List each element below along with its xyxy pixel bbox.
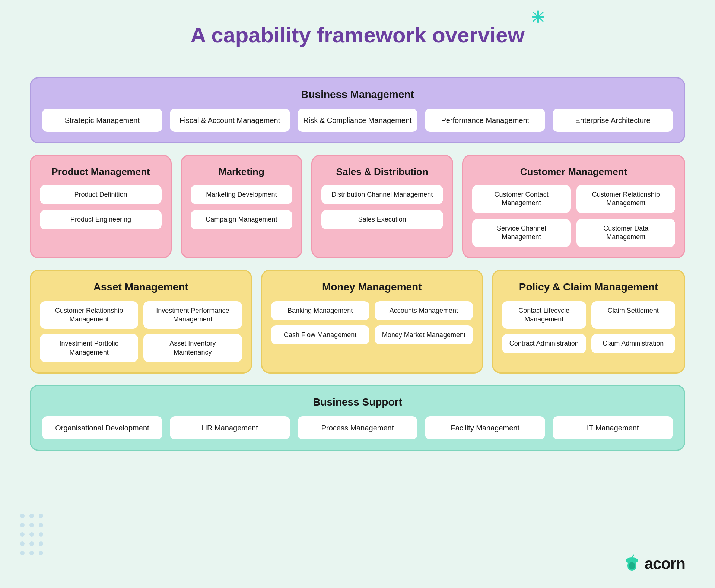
- card-money-market: Money Market Management: [375, 325, 473, 344]
- marketing-cards: Marketing Development Campaign Managemen…: [191, 185, 292, 229]
- product-management-section: Product Management Product Definition Pr…: [30, 155, 172, 258]
- svg-point-16: [20, 551, 25, 555]
- card-it-management: IT Management: [553, 416, 673, 439]
- card-crm-asset: Customer Relationship Management: [40, 301, 138, 329]
- svg-point-7: [20, 523, 25, 527]
- acorn-logo-text: acorn: [645, 555, 685, 573]
- card-accounts: Accounts Management: [375, 301, 473, 320]
- card-service-channel: Service Channel Management: [472, 219, 571, 247]
- card-campaign-management: Campaign Management: [191, 210, 292, 229]
- acorn-icon: [624, 554, 640, 573]
- asset-management-section: Asset Management Customer Relationship M…: [30, 270, 252, 374]
- dots-decoration: [19, 512, 56, 558]
- business-support-cards: Organisational Development HR Management…: [42, 416, 673, 439]
- card-process-management: Process Management: [298, 416, 418, 439]
- title-wrapper: A capability framework overview: [30, 15, 685, 62]
- card-cashflow: Cash Flow Management: [271, 325, 369, 344]
- customer-management-cards: Customer Contact Management Customer Rel…: [472, 185, 675, 247]
- product-management-cards: Product Definition Product Engineering: [40, 185, 162, 229]
- card-risk-compliance: Risk & Compliance Management: [298, 109, 418, 132]
- business-support-title: Business Support: [42, 396, 673, 408]
- product-management-title: Product Management: [40, 166, 162, 178]
- row3: Asset Management Customer Relationship M…: [30, 270, 685, 374]
- card-performance: Performance Management: [425, 109, 545, 132]
- card-product-engineering: Product Engineering: [40, 210, 162, 229]
- card-contract-admin: Contract Administration: [502, 334, 586, 353]
- marketing-title: Marketing: [191, 166, 292, 178]
- asset-management-title: Asset Management: [40, 281, 242, 293]
- svg-point-5: [29, 514, 34, 518]
- card-hr-management: HR Management: [170, 416, 290, 439]
- asset-management-cards: Customer Relationship Management Investm…: [40, 301, 242, 362]
- svg-point-11: [29, 532, 34, 537]
- svg-point-17: [29, 551, 34, 555]
- money-management-section: Money Management Banking Management Acco…: [261, 270, 483, 374]
- business-management-cards: Strategic Management Fiscal & Account Ma…: [42, 109, 673, 132]
- customer-management-title: Customer Management: [472, 166, 675, 178]
- card-contact-lifecycle: Contact Lifecycle Management: [502, 301, 586, 329]
- svg-line-21: [632, 555, 633, 557]
- card-enterprise-arch: Enterprise Architecture: [553, 109, 673, 132]
- card-customer-contact: Customer Contact Management: [472, 185, 571, 213]
- svg-point-15: [39, 541, 43, 546]
- policy-claim-cards: Contact Lifecycle Management Claim Settl…: [502, 301, 675, 353]
- policy-claim-title: Policy & Claim Management: [502, 281, 675, 293]
- card-fiscal-account: Fiscal & Account Management: [170, 109, 290, 132]
- svg-point-4: [20, 514, 25, 518]
- marketing-section: Marketing Marketing Development Campaign…: [181, 155, 302, 258]
- acorn-logo: acorn: [624, 554, 685, 573]
- sales-distribution-cards: Distribution Channel Management Sales Ex…: [321, 185, 443, 229]
- customer-management-section: Customer Management Customer Contact Man…: [462, 155, 685, 258]
- card-claim-settlement: Claim Settlement: [591, 301, 676, 329]
- card-distribution-channel: Distribution Channel Management: [321, 185, 443, 204]
- row2: Product Management Product Definition Pr…: [30, 155, 685, 258]
- svg-point-13: [20, 541, 25, 546]
- svg-point-12: [39, 532, 43, 537]
- card-claim-admin: Claim Administration: [591, 334, 676, 353]
- business-support-section: Business Support Organisational Developm…: [30, 385, 685, 451]
- card-investment-portfolio: Investment Portfolio Management: [40, 334, 138, 362]
- svg-point-22: [629, 562, 635, 569]
- card-marketing-development: Marketing Development: [191, 185, 292, 204]
- card-sales-execution: Sales Execution: [321, 210, 443, 229]
- svg-point-18: [39, 551, 43, 555]
- business-management-section: Business Management Strategic Management…: [30, 77, 685, 143]
- money-management-title: Money Management: [271, 281, 473, 293]
- business-management-title: Business Management: [42, 89, 673, 101]
- card-org-dev: Organisational Development: [42, 416, 162, 439]
- card-product-definition: Product Definition: [40, 185, 162, 204]
- sales-distribution-section: Sales & Distribution Distribution Channe…: [311, 155, 453, 258]
- card-investment-performance: Investment Performance Management: [143, 301, 242, 329]
- svg-point-10: [20, 532, 25, 537]
- card-strategic-management: Strategic Management: [42, 109, 162, 132]
- svg-point-14: [29, 541, 34, 546]
- page-title: A capability framework overview: [30, 22, 685, 47]
- sales-distribution-title: Sales & Distribution: [321, 166, 443, 178]
- money-management-cards: Banking Management Accounts Management C…: [271, 301, 473, 345]
- card-banking: Banking Management: [271, 301, 369, 320]
- svg-point-8: [29, 523, 34, 527]
- card-asset-inventory: Asset Inventory Maintenancy: [143, 334, 242, 362]
- svg-point-9: [39, 523, 43, 527]
- sparkle-decoration: [518, 9, 544, 32]
- svg-point-6: [39, 514, 43, 518]
- policy-claim-section: Policy & Claim Management Contact Lifecy…: [492, 270, 685, 374]
- card-customer-data: Customer Data Management: [576, 219, 675, 247]
- card-facility-management: Facility Management: [425, 416, 545, 439]
- card-customer-relationship: Customer Relationship Management: [576, 185, 675, 213]
